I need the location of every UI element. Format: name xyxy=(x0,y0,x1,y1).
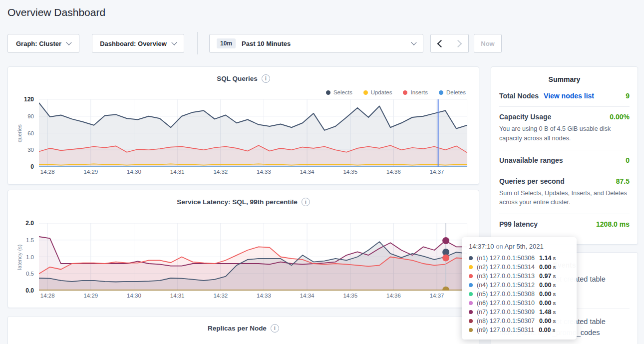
legend-label: Inserts xyxy=(410,89,428,95)
tooltip-timestamp: 14:37:10 on Apr 5th, 2021 xyxy=(469,243,570,250)
y-axis-ticks: 0306090120 xyxy=(8,99,38,167)
tooltip-node-value: 0.00 xyxy=(539,318,551,325)
tooltip-node-row: (n9) 127.0.0.1:503110.00s xyxy=(469,326,570,335)
summary-row-value: 87.5 xyxy=(616,177,630,185)
x-tick-label: 14:30 xyxy=(127,169,141,175)
tooltip-node-address: (n6) 127.0.0.1:50310 xyxy=(477,300,535,307)
tooltip-node-row: (n1) 127.0.0.1:503061.14s xyxy=(469,254,570,263)
chevron-left-icon xyxy=(437,39,445,47)
service-latency-plot[interactable] xyxy=(39,223,467,293)
summary-row-top: Queries per second87.5 xyxy=(499,177,630,185)
y-tick-label: 1.5 xyxy=(26,237,34,243)
y-tick-label: 1.0 xyxy=(26,254,34,260)
summary-row: P99 latency1208.0 ms xyxy=(499,214,630,235)
summary-row-value: 0 xyxy=(626,156,630,164)
x-tick-label: 14:28 xyxy=(40,169,55,175)
y-tick-label: 0.5 xyxy=(26,271,34,277)
node-color-dot-icon xyxy=(469,310,473,314)
summary-row-label: Queries per second xyxy=(499,177,565,185)
dashboard-dropdown[interactable]: Dashboard: Overview xyxy=(92,34,184,53)
summary-row-label: Total Nodes xyxy=(499,92,539,100)
summary-title: Summary xyxy=(491,67,638,86)
y-tick-label: 2.0 xyxy=(25,220,34,227)
now-button-label: Now xyxy=(481,40,494,47)
time-now-button[interactable]: Now xyxy=(474,34,502,53)
tooltip-node-rows: (n1) 127.0.0.1:503061.14s(n2) 127.0.0.1:… xyxy=(469,254,570,335)
time-range-label: Past 10 Minutes xyxy=(242,40,291,47)
tooltip-node-row: (n8) 127.0.0.1:503070.00s xyxy=(469,317,570,326)
tooltip-node-address: (n9) 127.0.0.1:50311 xyxy=(477,327,534,334)
legend-item-selects[interactable]: Selects xyxy=(326,89,352,95)
x-tick-label: 14:36 xyxy=(386,293,401,299)
chart-title: Service Latency: SQL, 99th percentile xyxy=(177,198,298,206)
legend-item-updates[interactable]: Updates xyxy=(363,89,392,95)
legend-item-deletes[interactable]: Deletes xyxy=(439,89,466,95)
summary-row-top: P99 latency1208.0 ms xyxy=(499,220,630,228)
node-color-dot-icon xyxy=(469,283,473,287)
dashboard-dropdown-label: Dashboard: Overview xyxy=(100,40,167,47)
node-color-dot-icon xyxy=(469,292,473,296)
tooltip-node-address: (n7) 127.0.0.1:50309 xyxy=(477,309,535,316)
legend-dot-icon xyxy=(403,90,407,95)
summary-row-description: Sum of Selects, Updates, Inserts, and De… xyxy=(499,189,630,208)
tooltip-node-address: (n1) 127.0.0.1:50306 xyxy=(477,255,535,262)
x-tick-label: 14:33 xyxy=(257,169,271,175)
time-prev-button[interactable] xyxy=(430,34,450,53)
tooltip-node-address: (n5) 127.0.0.1:50308 xyxy=(477,291,535,298)
sql-queries-plot[interactable] xyxy=(39,99,467,169)
x-tick-label: 14:29 xyxy=(83,169,98,175)
node-color-dot-icon xyxy=(469,265,473,269)
x-tick-label: 14:28 xyxy=(40,293,55,299)
chart-hover-tooltip: 14:37:10 on Apr 5th, 2021 (n1) 127.0.0.1… xyxy=(462,237,577,340)
chevron-down-icon xyxy=(411,39,416,45)
legend-label: Selects xyxy=(333,89,352,95)
y-tick-label: 90 xyxy=(27,113,34,119)
tooltip-node-unit: s xyxy=(552,327,555,333)
tooltip-node-value: 0.00 xyxy=(539,264,551,271)
graph-dropdown-label: Graph: Cluster xyxy=(16,40,61,47)
x-tick-label: 14:37 xyxy=(430,293,444,299)
tooltip-node-unit: s xyxy=(553,264,556,270)
sql-queries-panel: SQL Queries SelectsUpdatesInsertsDeletes… xyxy=(7,66,479,185)
chevron-down-icon xyxy=(66,39,71,45)
chart-title: Replicas per Node xyxy=(208,325,267,332)
legend-dot-icon xyxy=(326,90,330,95)
x-tick-label: 14:35 xyxy=(343,293,357,299)
tooltip-node-unit: s xyxy=(553,291,556,297)
node-color-dot-icon xyxy=(469,319,473,323)
info-icon[interactable] xyxy=(262,74,270,83)
summary-row-top: Capacity Usage0.00% xyxy=(499,113,630,121)
x-tick-label: 14:36 xyxy=(386,169,401,175)
tooltip-node-row: (n6) 127.0.0.1:503100.00s xyxy=(469,299,570,308)
summary-row-value: 0.00% xyxy=(610,113,630,121)
x-tick-label: 14:29 xyxy=(83,293,98,299)
summary-panel: Summary Total NodesView nodes list9Capac… xyxy=(491,66,638,245)
legend-item-inserts[interactable]: Inserts xyxy=(403,89,428,95)
summary-row-label: Unavailable ranges xyxy=(499,156,563,164)
tooltip-node-unit: s xyxy=(553,255,556,261)
graph-scope-dropdown[interactable]: Graph: Cluster xyxy=(7,34,79,53)
tooltip-node-value: 0.97 xyxy=(539,273,551,280)
tooltip-node-address: (n8) 127.0.0.1:50307 xyxy=(477,318,535,325)
legend-label: Updates xyxy=(371,89,392,95)
chevron-down-icon xyxy=(171,39,177,45)
time-next-button[interactable] xyxy=(449,34,469,53)
tooltip-node-row: (n4) 127.0.0.1:503120.00s xyxy=(469,281,570,290)
time-range-dropdown[interactable]: 10m Past 10 Minutes xyxy=(209,34,423,53)
summary-rows: Total NodesView nodes list9Capacity Usag… xyxy=(491,86,638,235)
chart-title: SQL Queries xyxy=(217,75,258,82)
info-icon[interactable] xyxy=(271,324,279,333)
page-title: Overview Dashboard xyxy=(7,6,105,18)
info-icon[interactable] xyxy=(302,198,310,206)
chevron-right-icon xyxy=(454,39,462,47)
tooltip-node-row: (n2) 127.0.0.1:503140.00s xyxy=(469,263,570,272)
summary-row: Unavailable ranges0 xyxy=(499,150,630,171)
x-axis-ticks: 14:2814:2914:3014:3114:3214:3314:3414:35… xyxy=(39,167,467,175)
node-color-dot-icon xyxy=(469,274,473,278)
y-tick-label: 120 xyxy=(24,96,34,103)
summary-row: Capacity Usage0.00%You are using 0 B of … xyxy=(499,107,630,150)
sql-queries-title-row: SQL Queries xyxy=(8,67,479,83)
tooltip-node-unit: s xyxy=(553,309,556,315)
view-nodes-list-link[interactable]: View nodes list xyxy=(544,92,594,100)
x-tick-label: 14:35 xyxy=(343,169,357,175)
